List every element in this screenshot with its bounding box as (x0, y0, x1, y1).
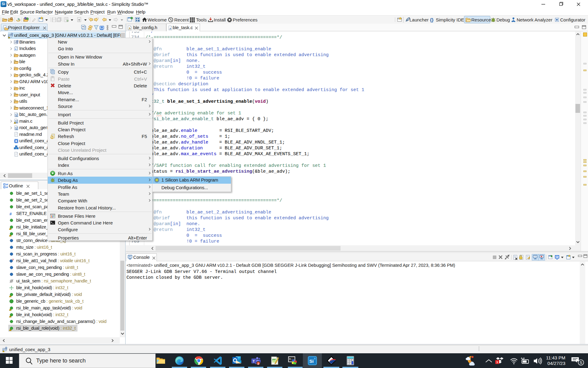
svg-text:2: 2 (258, 362, 259, 365)
svg-text:.c: .c (169, 27, 171, 30)
svg-text:5: 5 (314, 357, 316, 360)
svg-text:.h: .h (128, 27, 131, 30)
svg-text:c: c (16, 114, 17, 117)
svg-text:h: h (15, 48, 17, 51)
svg-text:5: 5 (580, 360, 582, 365)
svg-text:C: C (11, 33, 13, 35)
svg-text:T: T (253, 359, 255, 363)
svg-text:Si: Si (101, 27, 103, 29)
svg-text:Si: Si (309, 358, 314, 364)
svg-text:V: V (12, 258, 14, 261)
svg-text:1: 1 (496, 360, 498, 364)
svg-text:c: c (16, 127, 17, 130)
svg-text:c: c (16, 121, 17, 123)
svg-text:#: # (9, 212, 12, 216)
svg-text:C: C (6, 347, 7, 349)
